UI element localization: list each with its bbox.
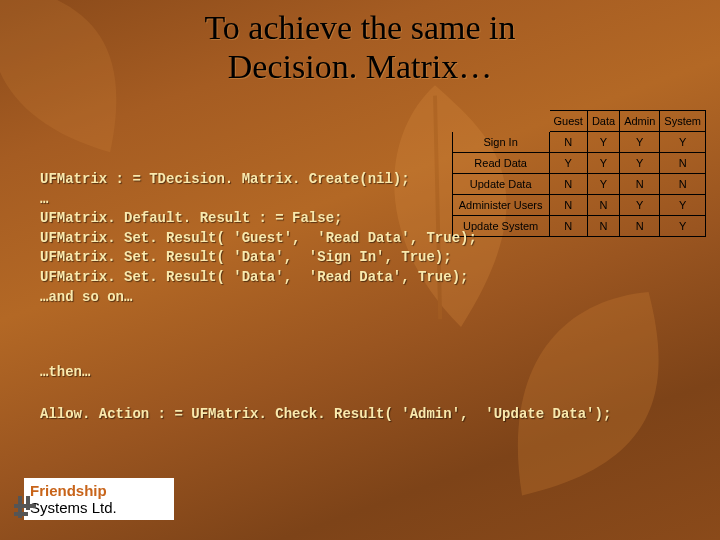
table-row: Sign In N Y Y Y [452,132,705,153]
company-logo: Friendship Systems Ltd. [24,478,174,520]
col-header: Admin [620,111,660,132]
slide-title: To achieve the same in Decision. Matrix… [0,8,720,86]
cell: N [549,132,587,153]
table-header-row: Guest Data Admin System [452,111,705,132]
slide: To achieve the same in Decision. Matrix…… [0,0,720,540]
logo-line-2: Systems Ltd. [30,499,168,516]
code-block-1: UFMatrix : = TDecision. Matrix. Create(n… [40,170,680,307]
col-header: Guest [549,111,587,132]
code-then: …then… [40,364,90,380]
row-label: Sign In [452,132,549,153]
cell: Y [587,132,619,153]
col-header: System [660,111,706,132]
title-line-1: To achieve the same in [204,9,515,46]
logo-mark-icon [14,496,40,522]
col-header: Data [587,111,619,132]
code-allow-line: Allow. Action : = UFMatrix. Check. Resul… [40,406,611,422]
table-corner-cell [452,111,549,132]
code-block-2: …then… Allow. Action : = UFMatrix. Check… [40,362,680,425]
title-line-2: Decision. Matrix… [228,48,492,85]
logo-line-1: Friendship [30,482,168,499]
cell: Y [660,132,706,153]
cell: Y [620,132,660,153]
